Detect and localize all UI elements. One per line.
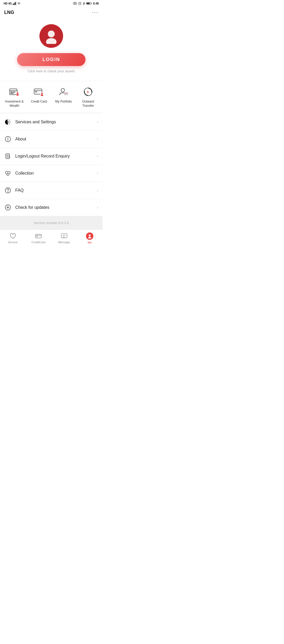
updates-label: Check for updates xyxy=(15,205,93,210)
svg-point-44 xyxy=(8,138,8,138)
app-header: LNG ··· xyxy=(0,7,103,19)
chevron-right-icon: › xyxy=(97,171,98,176)
collection-label: Collection xyxy=(15,171,93,176)
quick-action-investment[interactable]: Investment &Wealth xyxy=(2,86,27,108)
svg-rect-58 xyxy=(61,234,67,238)
message-nav-icon xyxy=(61,233,68,240)
svg-text:$: $ xyxy=(87,90,89,94)
svg-rect-55 xyxy=(36,234,41,238)
battery-icon xyxy=(86,2,92,5)
chevron-right-icon: › xyxy=(97,188,98,193)
card-nav-icon xyxy=(35,233,42,240)
time-display: 5:45 xyxy=(93,2,99,5)
nav-item-me[interactable]: Me xyxy=(77,232,103,244)
svg-point-6 xyxy=(74,3,75,4)
status-right: 5:45 xyxy=(73,2,99,5)
question-icon xyxy=(4,187,12,194)
svg-rect-34 xyxy=(64,93,68,95)
svg-rect-29 xyxy=(35,92,37,92)
nav-item-creditcard[interactable]: CreditCard xyxy=(26,233,52,244)
svg-rect-20 xyxy=(12,92,13,92)
svg-rect-13 xyxy=(91,3,92,4)
svg-point-4 xyxy=(19,4,19,4)
menu-item-about[interactable]: About › xyxy=(0,131,103,148)
svg-point-33 xyxy=(61,89,64,92)
svg-rect-57 xyxy=(36,236,38,237)
svg-point-25 xyxy=(17,92,18,94)
chevron-right-icon: › xyxy=(97,154,98,159)
login-record-label: Login/Logout Record Enquiry xyxy=(15,154,93,159)
svg-point-52 xyxy=(8,191,8,192)
message-nav-label: Message xyxy=(58,241,70,244)
heart-nav-icon xyxy=(9,233,16,240)
svg-point-16 xyxy=(46,38,57,44)
svg-point-15 xyxy=(48,31,55,37)
alarm-icon xyxy=(78,2,82,5)
transfer-label: OutwardTransfer xyxy=(82,100,94,108)
signal-4g: 4G xyxy=(8,2,12,5)
menu-list: Services and Settings › About › xyxy=(0,113,103,216)
avatar-icon xyxy=(43,28,59,44)
svg-point-62 xyxy=(88,237,91,239)
menu-item-login-record[interactable]: Login/Logout Record Enquiry › xyxy=(0,148,103,165)
faq-label: FAQ xyxy=(15,188,93,193)
heart-plus-icon xyxy=(4,170,12,177)
chevron-right-icon: › xyxy=(97,137,98,141)
svg-rect-21 xyxy=(14,92,15,92)
quick-actions-grid: Investment &Wealth Credit Card xyxy=(0,81,103,113)
chevron-right-icon: › xyxy=(97,120,98,124)
bottom-nav: Service CreditCard Message xyxy=(0,230,103,248)
svg-point-32 xyxy=(41,94,43,96)
nav-item-message[interactable]: Message xyxy=(51,233,77,244)
portfolio-label: My Portfolio xyxy=(55,100,72,104)
menu-item-services-settings[interactable]: Services and Settings › xyxy=(0,114,103,131)
signal-bars-icon xyxy=(13,2,16,5)
status-bar: HD 4G xyxy=(0,0,103,7)
svg-point-26 xyxy=(16,94,19,96)
quick-action-transfer[interactable]: $ OutwardTransfer xyxy=(76,86,101,108)
quick-action-portfolio[interactable]: My Portfolio xyxy=(51,86,76,104)
portfolio-icon xyxy=(58,86,69,98)
gear-icon xyxy=(4,118,12,126)
svg-rect-23 xyxy=(12,93,13,94)
menu-item-updates[interactable]: Check for updates › xyxy=(0,199,103,216)
investment-icon xyxy=(9,86,20,98)
svg-rect-3 xyxy=(15,2,16,5)
hd-badge: HD xyxy=(4,2,7,5)
svg-point-61 xyxy=(89,234,91,236)
quick-action-creditcard[interactable]: Credit Card xyxy=(27,86,52,104)
nav-item-service[interactable]: Service xyxy=(0,233,26,244)
svg-rect-19 xyxy=(11,92,12,92)
svg-rect-1 xyxy=(13,3,14,5)
app-logo: LNG xyxy=(4,10,14,15)
svg-rect-22 xyxy=(11,93,12,94)
more-menu-button[interactable]: ··· xyxy=(92,9,98,16)
transfer-icon: $ xyxy=(82,86,94,98)
me-nav-label: Me xyxy=(88,241,92,244)
wifi-icon xyxy=(17,2,21,5)
service-nav-label: Service xyxy=(8,241,18,244)
menu-item-faq[interactable]: FAQ › xyxy=(0,182,103,199)
info-icon xyxy=(4,135,12,143)
login-button[interactable]: LOGIN xyxy=(17,53,85,66)
creditcard-icon xyxy=(33,86,45,98)
svg-rect-14 xyxy=(87,3,90,4)
svg-rect-2 xyxy=(14,3,15,5)
me-avatar-icon xyxy=(86,232,93,240)
services-settings-label: Services and Settings xyxy=(15,120,93,124)
menu-item-collection[interactable]: Collection › xyxy=(0,165,103,182)
eye-icon xyxy=(73,2,77,5)
login-subtitle: Click here to check your assets xyxy=(28,69,75,73)
investment-label: Investment &Wealth xyxy=(5,100,24,108)
status-left: HD 4G xyxy=(4,2,21,5)
bluetooth-icon xyxy=(83,2,85,5)
profile-section: LOGIN Click here to check your assets xyxy=(0,19,103,81)
avatar xyxy=(39,24,63,48)
svg-rect-0 xyxy=(13,4,13,5)
svg-point-31 xyxy=(41,93,43,94)
chevron-right-icon: › xyxy=(97,205,98,210)
version-label: Version number 6.0.3.0 xyxy=(34,221,69,225)
record-icon xyxy=(4,153,12,160)
version-bar: Version number 6.0.3.0 xyxy=(0,216,103,230)
about-label: About xyxy=(15,137,93,141)
